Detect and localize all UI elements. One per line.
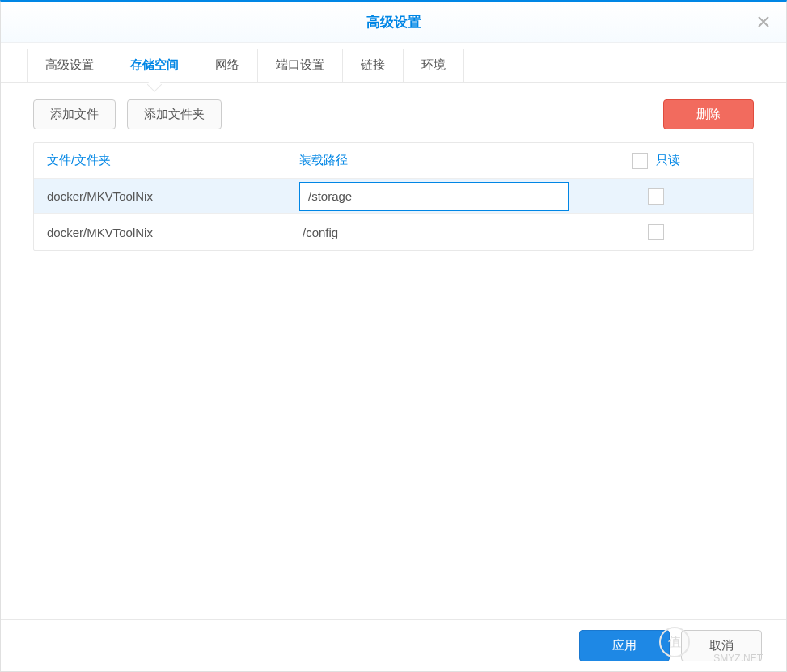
tab-volume[interactable]: 存储空间 <box>112 49 197 82</box>
apply-button[interactable]: 应用 <box>579 630 670 661</box>
dialog-footer: 应用 取消 <box>1 619 786 671</box>
cell-file: docker/MKVToolNix <box>34 226 293 239</box>
tab-env[interactable]: 环境 <box>404 49 464 82</box>
tab-bar: 高级设置 存储空间 网络 端口设置 链接 环境 <box>1 43 786 83</box>
cell-readonly <box>575 224 753 240</box>
add-folder-button[interactable]: 添加文件夹 <box>127 99 222 129</box>
dialog-body: 添加文件 添加文件夹 删除 文件/文件夹 装载路径 只读 docker/MKVT… <box>1 83 786 619</box>
toolbar: 添加文件 添加文件夹 删除 <box>33 99 754 129</box>
header-file[interactable]: 文件/文件夹 <box>34 153 293 168</box>
table-row[interactable]: docker/MKVToolNix <box>34 179 753 214</box>
dialog-title: 高级设置 <box>366 13 421 32</box>
tab-advanced[interactable]: 高级设置 <box>27 49 112 82</box>
readonly-checkbox[interactable] <box>648 188 664 205</box>
dialog-header: 高级设置 <box>1 2 786 43</box>
cell-path: /config <box>293 226 575 239</box>
header-path[interactable]: 装载路径 <box>293 153 575 168</box>
readonly-checkbox[interactable] <box>648 224 664 240</box>
advanced-settings-dialog: 高级设置 高级设置 存储空间 网络 端口设置 链接 环境 添加文件 添加文件夹 … <box>0 0 787 672</box>
cancel-button[interactable]: 取消 <box>681 630 762 661</box>
mount-path-input[interactable] <box>299 182 569 211</box>
tab-port[interactable]: 端口设置 <box>258 49 343 82</box>
header-readonly-label: 只读 <box>656 153 680 168</box>
add-file-button[interactable]: 添加文件 <box>33 99 116 129</box>
delete-button[interactable]: 删除 <box>663 99 754 129</box>
header-readonly: 只读 <box>575 153 753 169</box>
cell-file: docker/MKVToolNix <box>34 189 293 203</box>
cell-readonly <box>575 188 753 205</box>
cell-path <box>293 182 575 211</box>
table-row[interactable]: docker/MKVToolNix /config <box>34 214 753 250</box>
close-icon[interactable] <box>754 12 773 32</box>
tab-network[interactable]: 网络 <box>197 49 258 82</box>
volume-table: 文件/文件夹 装载路径 只读 docker/MKVToolNix docker/… <box>33 142 754 251</box>
readonly-header-checkbox[interactable] <box>632 153 648 169</box>
tab-links[interactable]: 链接 <box>343 49 404 82</box>
table-header-row: 文件/文件夹 装载路径 只读 <box>34 143 753 179</box>
